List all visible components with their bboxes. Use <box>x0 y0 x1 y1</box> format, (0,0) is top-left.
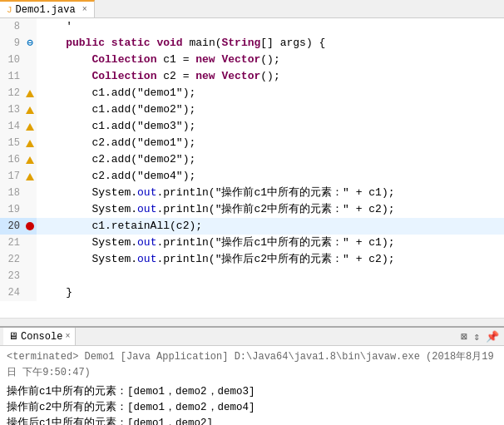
console-output: 操作前c1中所有的元素：[demo1，demo2，demo3]操作前c2中所有的… <box>7 384 497 425</box>
code-line-12: 12 c1.add("demo1"); <box>0 85 504 101</box>
line-indicator-13 <box>23 101 37 118</box>
line-content-16: c2.add("demo2"); <box>37 151 504 168</box>
code-line-11: 11 Collection c2 = new Vector(); <box>0 68 504 85</box>
line-number-16: 16 <box>0 151 23 168</box>
code-line-18: 18 System.out.println("操作前c1中所有的元素：" + c… <box>0 185 504 201</box>
line-content-8: ' <box>37 18 504 35</box>
console-content: <terminated> Demo1 [Java Application] D:… <box>0 346 504 425</box>
line-content-24: } <box>37 284 504 301</box>
current-line-arrow-icon: ⊖ <box>27 35 32 52</box>
line-number-24: 24 <box>0 284 23 301</box>
file-tab[interactable]: J Demo1.java × <box>0 0 95 17</box>
line-content-10: Collection c1 = new Vector(); <box>37 52 504 68</box>
code-line-22: 22 System.out.println("操作后c2中所有的元素：" + c… <box>0 251 504 268</box>
line-content-14: c1.add("demo3"); <box>37 118 504 135</box>
console-toolbar: ⊠ ⇕ 📌 <box>459 329 504 344</box>
line-indicator-12 <box>23 85 37 101</box>
line-content-12: c1.add("demo1"); <box>37 85 504 101</box>
code-line-15: 15 c2.add("demo1"); <box>0 135 504 151</box>
line-number-23: 23 <box>0 268 23 284</box>
code-line-10: 10 Collection c1 = new Vector(); <box>0 52 504 68</box>
line-number-18: 18 <box>0 185 23 201</box>
line-number-19: 19 <box>0 201 23 218</box>
line-number-12: 12 <box>0 85 23 101</box>
line-content-13: c1.add("demo2"); <box>37 101 504 118</box>
editor-scrollbar[interactable] <box>0 318 504 326</box>
code-line-24: 24 } <box>0 284 504 301</box>
line-number-22: 22 <box>0 251 23 268</box>
line-content-19: System.out.println("操作前c2中所有的元素：" + c2); <box>37 201 504 218</box>
line-indicator-14 <box>23 118 37 135</box>
code-line-14: 14 c1.add("demo3"); <box>0 118 504 135</box>
warning-icon <box>26 156 34 164</box>
warning-icon <box>26 123 34 131</box>
line-indicator-19 <box>23 201 37 218</box>
line-number-14: 14 <box>0 118 23 135</box>
console-terminated-line: <terminated> Demo1 [Java Application] D:… <box>7 349 497 381</box>
console-output-line: 操作前c2中所有的元素：[demo1，demo2，demo4] <box>7 400 497 416</box>
line-content-9: public static void main(String[] args) { <box>37 35 504 52</box>
code-line-19: 19 System.out.println("操作前c2中所有的元素：" + c… <box>0 201 504 218</box>
pin-button[interactable]: 📌 <box>484 329 501 344</box>
line-number-9: 9 <box>0 35 23 52</box>
line-indicator-8 <box>23 18 37 35</box>
tab-label: Demo1.java <box>16 4 76 16</box>
line-content-22: System.out.println("操作后c2中所有的元素：" + c2); <box>37 251 504 268</box>
console-tab-label: Console <box>21 331 62 343</box>
line-indicator-16 <box>23 151 37 168</box>
code-line-13: 13 c1.add("demo2"); <box>0 101 504 118</box>
line-number-11: 11 <box>0 68 23 85</box>
scroll-lock-button[interactable]: ⇕ <box>472 329 482 344</box>
warning-icon <box>26 173 34 180</box>
line-indicator-15 <box>23 135 37 151</box>
line-indicator-21 <box>23 235 37 251</box>
line-content-18: System.out.println("操作前c1中所有的元素：" + c1); <box>37 185 504 201</box>
console-panel: 🖥 Console × ⊠ ⇕ 📌 <terminated> Demo1 [Ja… <box>0 326 504 425</box>
warning-icon <box>26 106 34 114</box>
line-number-17: 17 <box>0 168 23 185</box>
clear-console-button[interactable]: ⊠ <box>459 329 469 344</box>
code-line-20: 20 c1.retainAll(c2); <box>0 218 504 235</box>
tab-close-button[interactable]: × <box>82 5 87 14</box>
code-line-23: 23 <box>0 268 504 284</box>
code-line-9: 9⊖ public static void main(String[] args… <box>0 35 504 52</box>
line-number-8: 8 <box>0 18 23 35</box>
console-monitor-icon: 🖥 <box>8 330 18 343</box>
line-indicator-17 <box>23 168 37 185</box>
code-line-16: 16 c2.add("demo2"); <box>0 151 504 168</box>
java-file-icon: J <box>7 5 12 15</box>
line-indicator-18 <box>23 185 37 201</box>
line-indicator-22 <box>23 251 37 268</box>
line-number-13: 13 <box>0 101 23 118</box>
line-content-17: c2.add("demo4"); <box>37 168 504 185</box>
editor-area: 8 '9⊖ public static void main(String[] a… <box>0 18 504 326</box>
console-tab[interactable]: 🖥 Console × <box>3 328 76 345</box>
line-content-23 <box>37 268 504 284</box>
line-content-11: Collection c2 = new Vector(); <box>37 68 504 85</box>
console-output-line: 操作后c1中所有的元素：[demo1，demo2] <box>7 416 497 425</box>
line-indicator-9: ⊖ <box>23 35 37 52</box>
line-indicator-23 <box>23 268 37 284</box>
code-line-17: 17 c2.add("demo4"); <box>0 168 504 185</box>
warning-icon <box>26 90 34 97</box>
line-number-21: 21 <box>0 235 23 251</box>
line-content-20: c1.retainAll(c2); <box>37 218 504 235</box>
code-container: 8 '9⊖ public static void main(String[] a… <box>0 18 504 318</box>
editor-tab-bar: J Demo1.java × <box>0 0 504 18</box>
line-indicator-10 <box>23 52 37 68</box>
code-line-8: 8 ' <box>0 18 504 35</box>
line-content-15: c2.add("demo1"); <box>37 135 504 151</box>
code-lines: 8 '9⊖ public static void main(String[] a… <box>0 18 504 318</box>
line-indicator-24 <box>23 284 37 301</box>
line-indicator-11 <box>23 68 37 85</box>
console-tab-close[interactable]: × <box>65 332 70 341</box>
line-number-10: 10 <box>0 52 23 68</box>
console-output-line: 操作前c1中所有的元素：[demo1，demo2，demo3] <box>7 384 497 400</box>
line-indicator-20 <box>23 218 37 235</box>
line-number-15: 15 <box>0 135 23 151</box>
code-line-21: 21 System.out.println("操作后c1中所有的元素：" + c… <box>0 235 504 251</box>
breakpoint-icon <box>26 222 34 230</box>
console-tab-bar: 🖥 Console × ⊠ ⇕ 📌 <box>0 328 504 346</box>
line-number-20: 20 <box>0 218 23 235</box>
warning-icon <box>26 140 34 147</box>
